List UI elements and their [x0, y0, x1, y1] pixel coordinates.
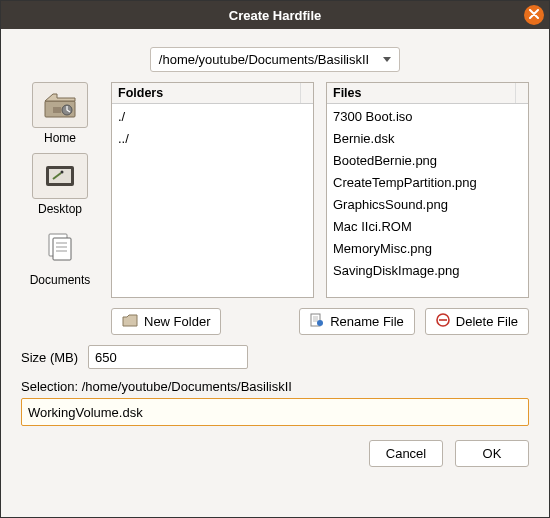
- svg-rect-8: [53, 238, 71, 260]
- button-label: OK: [483, 446, 502, 461]
- spacer: [21, 308, 99, 335]
- size-row: Size (MB): [21, 345, 529, 369]
- selection-input[interactable]: [21, 398, 529, 426]
- folders-list: ./ ../: [112, 104, 313, 297]
- path-dropdown[interactable]: /home/youtube/Documents/BasiliskII: [150, 47, 400, 72]
- desktop-icon: [32, 153, 88, 199]
- sidebar-label: Documents: [30, 273, 91, 287]
- size-label: Size (MB): [21, 350, 78, 365]
- button-label: Delete File: [456, 314, 518, 329]
- dialog-content: /home/youtube/Documents/BasiliskII Home …: [1, 29, 549, 517]
- right-buttons: Rename File Delete File: [299, 308, 529, 335]
- folder-item[interactable]: ../: [118, 128, 307, 150]
- file-item[interactable]: SavingDiskImage.png: [333, 260, 522, 282]
- button-label: New Folder: [144, 314, 210, 329]
- sidebar-item-documents[interactable]: Documents: [30, 224, 91, 287]
- folders-panel: Folders ./ ../: [111, 82, 314, 298]
- sidebar-label: Desktop: [38, 202, 82, 216]
- button-label: Rename File: [330, 314, 404, 329]
- file-item[interactable]: 7300 Boot.iso: [333, 106, 522, 128]
- svg-rect-2: [53, 107, 61, 113]
- titlebar: Create Hardfile: [1, 1, 549, 29]
- action-row: New Folder Rename File Delete File: [21, 308, 529, 335]
- file-item[interactable]: GraphicsSound.png: [333, 194, 522, 216]
- file-item[interactable]: Mac IIci.ROM: [333, 216, 522, 238]
- file-item[interactable]: BootedBernie.png: [333, 150, 522, 172]
- rename-file-button[interactable]: Rename File: [299, 308, 415, 335]
- svg-rect-5: [49, 169, 71, 183]
- svg-point-6: [61, 171, 64, 174]
- main-row: Home Desktop Documents Folders: [21, 82, 529, 298]
- mid-buttons: New Folder: [111, 308, 221, 335]
- dialog-window: Create Hardfile /home/youtube/Documents/…: [0, 0, 550, 518]
- window-title: Create Hardfile: [229, 8, 321, 23]
- file-item[interactable]: CreateTempPartition.png: [333, 172, 522, 194]
- sidebar-item-desktop[interactable]: Desktop: [32, 153, 88, 216]
- new-folder-button[interactable]: New Folder: [111, 308, 221, 335]
- delete-file-button[interactable]: Delete File: [425, 308, 529, 335]
- sidebar-item-home[interactable]: Home: [32, 82, 88, 145]
- path-row: /home/youtube/Documents/BasiliskII: [21, 47, 529, 72]
- close-icon: [529, 8, 539, 22]
- footer-buttons: Cancel OK: [21, 440, 529, 467]
- button-label: Cancel: [386, 446, 426, 461]
- sidebar-label: Home: [44, 131, 76, 145]
- close-button[interactable]: [524, 5, 544, 25]
- ok-button[interactable]: OK: [455, 440, 529, 467]
- file-item[interactable]: Bernie.dsk: [333, 128, 522, 150]
- folders-header[interactable]: Folders: [112, 83, 313, 104]
- rename-icon: [310, 313, 324, 330]
- chevron-down-icon: [383, 57, 391, 62]
- file-item[interactable]: MemoryMisc.png: [333, 238, 522, 260]
- files-header[interactable]: Files: [327, 83, 528, 104]
- documents-icon: [32, 224, 88, 270]
- path-text: /home/youtube/Documents/BasiliskII: [159, 52, 369, 67]
- folder-icon: [122, 314, 138, 330]
- svg-point-13: [317, 320, 323, 326]
- selection-label: Selection: /home/youtube/Documents/Basil…: [21, 379, 529, 394]
- sidebar: Home Desktop Documents: [21, 82, 99, 298]
- cancel-button[interactable]: Cancel: [369, 440, 443, 467]
- svg-marker-1: [45, 94, 75, 101]
- files-panel: Files 7300 Boot.iso Bernie.dsk BootedBer…: [326, 82, 529, 298]
- delete-icon: [436, 313, 450, 330]
- home-icon: [32, 82, 88, 128]
- size-input[interactable]: [88, 345, 248, 369]
- files-list: 7300 Boot.iso Bernie.dsk BootedBernie.pn…: [327, 104, 528, 297]
- folder-item[interactable]: ./: [118, 106, 307, 128]
